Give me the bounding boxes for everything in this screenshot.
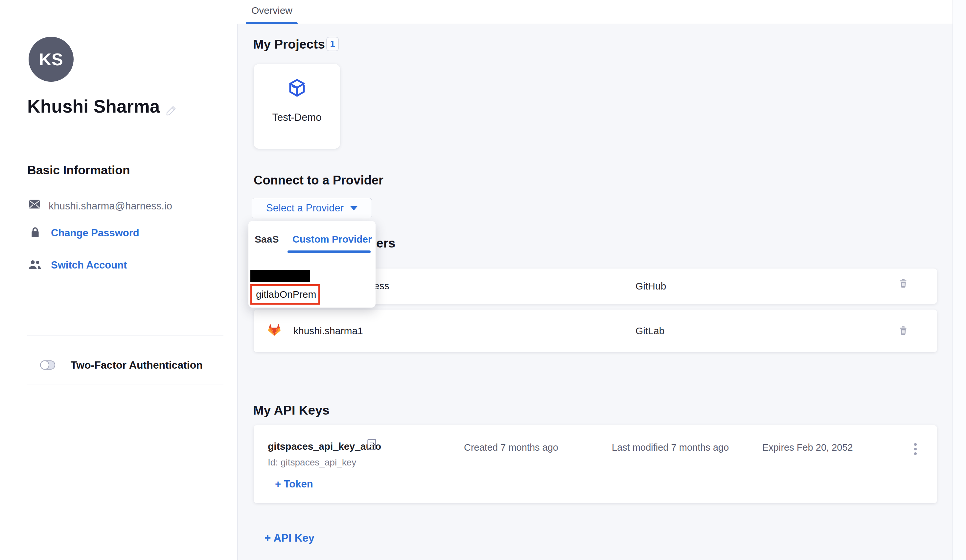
projects-count: 1 — [330, 39, 335, 49]
dropdown-tab-saas[interactable]: SaaS — [255, 234, 279, 245]
git-providers-heading-fragment: ers — [376, 236, 396, 251]
api-key-created: Created 7 months ago — [464, 442, 558, 453]
my-projects-heading: My Projects — [253, 37, 325, 52]
sidebar-divider-top — [27, 335, 223, 336]
two-factor-label: Two-Factor Authentication — [71, 359, 203, 371]
user-profile-page: KS Khushi Sharma Basic Information khush… — [0, 0, 966, 560]
api-key-card: gitspaces_api_key_auto Created 7 months … — [254, 425, 937, 503]
chevron-down-icon — [350, 206, 358, 210]
provider-type-label: GitLab — [636, 325, 664, 336]
email-icon — [29, 200, 40, 209]
edit-name-icon[interactable] — [165, 104, 178, 117]
provider-type-label: GitHub — [636, 281, 666, 292]
git-provider-row: khushi.sharma1 GitLab — [254, 309, 937, 352]
avatar-initials: KS — [39, 49, 63, 69]
sidebar-divider-bottom — [27, 384, 223, 385]
api-key-name: gitspaces_api_key_auto — [268, 441, 381, 452]
dropdown-active-tab-underline — [288, 251, 371, 253]
api-key-id: Id: gitspaces_api_key — [268, 457, 356, 468]
api-keys-heading: My API Keys — [253, 403, 330, 418]
copy-id-icon[interactable] — [367, 439, 376, 450]
projects-count-badge: 1 — [326, 37, 339, 51]
email-text: khushi.sharma@harness.io — [49, 200, 172, 212]
lock-icon — [30, 226, 40, 238]
change-password-link[interactable]: Change Password — [51, 227, 139, 239]
tab-overview[interactable]: Overview — [251, 5, 292, 16]
api-key-menu-button[interactable] — [909, 440, 922, 458]
api-key-expires: Expires Feb 20, 2052 — [762, 442, 853, 453]
main-tabbar — [237, 0, 966, 24]
switch-account-link[interactable]: Switch Account — [51, 259, 127, 271]
project-name: Test-Demo — [254, 111, 340, 123]
add-token-link[interactable]: + Token — [275, 478, 313, 490]
redacted-provider-item[interactable] — [250, 270, 310, 282]
project-card[interactable] — [254, 64, 340, 149]
gitlab-logo-icon — [267, 323, 282, 337]
scroll-gutter — [953, 0, 966, 560]
annotation-red-box: gitlabOnPrem — [250, 284, 320, 305]
connect-provider-heading: Connect to a Provider — [254, 173, 383, 187]
delete-provider-button[interactable] — [898, 278, 909, 289]
project-cube-icon — [286, 77, 308, 99]
profile-sidebar: KS Khushi Sharma Basic Information khush… — [0, 0, 238, 560]
two-factor-toggle[interactable] — [40, 360, 55, 370]
toggle-knob — [40, 360, 49, 370]
add-api-key-link[interactable]: + API Key — [264, 532, 314, 544]
select-provider-label: Select a Provider — [266, 202, 344, 214]
display-name: Khushi Sharma — [27, 96, 160, 117]
tab-overview-active-underline — [246, 22, 298, 24]
api-key-last-modified: Last modified 7 months ago — [612, 442, 729, 453]
select-provider-button[interactable]: Select a Provider — [252, 198, 372, 218]
avatar: KS — [29, 37, 74, 82]
provider-account-name: khushi.sharma1 — [293, 325, 363, 336]
switch-account-icon — [28, 259, 42, 270]
custom-provider-item[interactable]: gitlabOnPrem — [252, 289, 316, 300]
scroll-gutter-line — [953, 0, 953, 560]
provider-account-name-fragment: ess — [374, 280, 389, 291]
basic-information-heading: Basic Information — [27, 164, 130, 177]
delete-provider-button[interactable] — [898, 325, 909, 336]
dropdown-tab-custom-provider[interactable]: Custom Provider — [292, 234, 372, 245]
